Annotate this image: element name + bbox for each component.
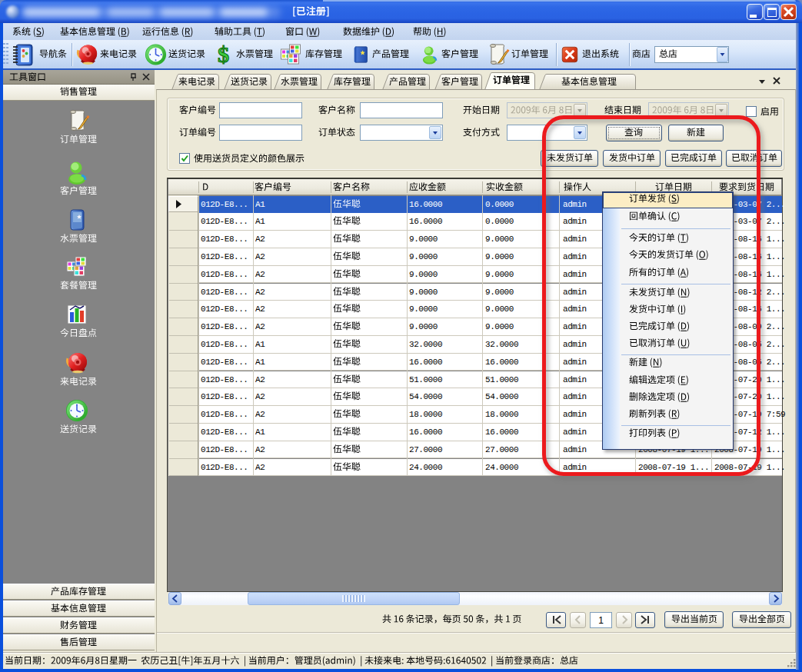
svg-text:$: $ (218, 42, 229, 67)
